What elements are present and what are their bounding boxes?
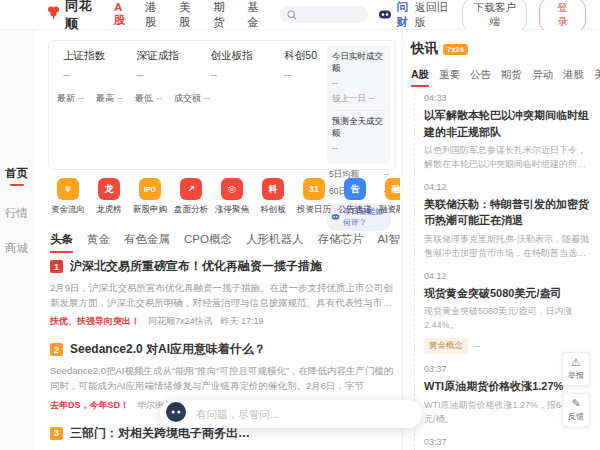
flash-item-5[interactable]: 03:37 爱泼斯坦案影响持续 英王室支持警方调查王弟安德鲁 英国白金汉宫方面当…: [424, 437, 592, 450]
nav-hk-shares[interactable]: 港股: [145, 0, 164, 30]
download-client-button[interactable]: 下载客户端: [462, 0, 527, 33]
tab-cpo[interactable]: CPO概念: [184, 232, 232, 253]
kx-tab-movements[interactable]: 异动: [532, 68, 553, 87]
kx-tab-important[interactable]: 重要: [439, 68, 460, 87]
floating-tools: ⚠ 举报 ✎ 反馈: [562, 352, 590, 427]
flash-time: 04:12: [424, 182, 592, 192]
app-investment-calendar[interactable]: 31 投资日历: [294, 178, 334, 216]
ask-anything-widget[interactable]: [160, 400, 422, 428]
app-announcements[interactable]: 告 公告速递: [335, 178, 375, 216]
index-szse[interactable]: 深证成指 --: [137, 49, 179, 80]
tab-ai-agent[interactable]: AI智能体: [377, 232, 400, 253]
tab-gold[interactable]: 黄金: [87, 232, 110, 253]
flash-body: 现货黄金突破5080美元/盎司，日内涨2.44%。: [424, 305, 592, 333]
turnover-today-label: 今日实时成交额: [332, 51, 386, 75]
flash-item-2[interactable]: 04:12 美联储沃勒：特朗普引发的加密货币热潮可能正在消退 美联储理事克里斯托…: [424, 182, 592, 261]
index-chinext[interactable]: 创业板指 --: [211, 49, 253, 80]
nav-futures[interactable]: 期货: [213, 0, 232, 30]
sidebar-item-home[interactable]: 首页: [0, 166, 33, 186]
index-sse[interactable]: 上证指数 --: [63, 49, 105, 80]
quick-apps-row: ¥ 资金流向 龙 龙虎榜 IPO 新股申购 ↗ 盘面分析 ◎ 涨停聚焦 科 科创…: [48, 178, 400, 216]
news-title[interactable]: 沪深北交易所重磅宣布！优化再融资一揽子措施: [70, 258, 322, 275]
rank-badge: 1: [50, 260, 63, 273]
topbar-right: 返回旧版 下载客户端 登录: [415, 0, 586, 33]
app-star-market[interactable]: 科 科创板: [253, 178, 293, 216]
back-to-old-link[interactable]: 返回旧版: [415, 0, 451, 30]
flash-title[interactable]: 现货黄金突破5080美元/盎司: [424, 285, 592, 302]
news-item-3[interactable]: 3 三部门：对相关跨境电子商务出… 财政部海关总署税务总局公告2026年第…惠政…: [50, 425, 400, 450]
rank-badge: 3: [50, 427, 63, 440]
kx-tab-hk[interactable]: 港股: [563, 68, 584, 87]
app-limit-up-focus[interactable]: ◎ 涨停聚焦: [212, 178, 252, 216]
turnover-summary: 今日实时成交额 -- 较上一日 -- 预测全天成交额 --: [327, 45, 391, 164]
star-market-icon: 科: [262, 178, 284, 200]
ask-question-input[interactable]: [194, 407, 416, 421]
flash-item-1[interactable]: 04:33 以军解散本轮巴以冲突期间临时组建的非正规部队 以色列国防军总参谋长扎…: [424, 93, 592, 172]
turnover-forecast-value: --: [332, 143, 386, 153]
topbar: 同花顺 A股 港股 美股 期货 基金 问财 返回旧版 下载客户端 登录: [0, 0, 600, 30]
app-money-flow[interactable]: ¥ 资金流向: [48, 178, 88, 216]
report-button[interactable]: ⚠ 举报: [562, 352, 590, 386]
left-sidebar: 首页 行情 商城: [0, 30, 34, 450]
stat-turnover: 成交额--: [174, 92, 210, 105]
sidebar-item-mall[interactable]: 商城: [0, 241, 33, 256]
wencai-label: 问财: [396, 0, 414, 30]
nav-funds[interactable]: 基金: [247, 0, 266, 30]
index-summary-card: 上证指数 -- 深证成指 -- 创业板指 -- 科创50 -- 最新--: [48, 40, 396, 170]
news-title[interactable]: Seedance2.0 对AI应用意味着什么？: [70, 341, 266, 358]
app-dragon-tiger-list[interactable]: 龙 龙虎榜: [89, 178, 129, 216]
app-margin-trading[interactable]: 融 融资融券: [376, 178, 400, 216]
news-time: 昨天 17:19: [221, 315, 264, 328]
flash-time: 04:33: [424, 93, 592, 103]
kx-tab-announcements[interactable]: 公告: [470, 68, 491, 87]
sidebar-item-quotes[interactable]: 行情: [0, 206, 33, 221]
turnover-vs-prev: 较上一日 --: [332, 93, 386, 111]
flash-news-header: 快讯 7x24: [411, 40, 592, 58]
nav-a-shares[interactable]: A股: [114, 1, 130, 28]
news-item-1[interactable]: 1 沪深北交易所重磅宣布！优化再融资一揽子措施 2月9日，沪深北交易所宣布优化再…: [50, 258, 400, 328]
market-analysis-icon: ↗: [180, 178, 202, 200]
news-body: Seedance2.0把AI视频生成从“能用”推向“可控且可规模化”，在降低内容…: [50, 364, 400, 393]
kx-tab-a-shares[interactable]: A股: [411, 68, 429, 87]
rank-badge: 2: [50, 343, 63, 356]
wencai-link[interactable]: 问财: [378, 0, 414, 30]
flash-title[interactable]: 美联储沃勒：特朗普引发的加密货币热潮可能正在消退: [424, 196, 592, 229]
tab-humanoid-robot[interactable]: 人形机器人: [246, 232, 304, 253]
news-body: 2月9日，沪深北交易所宣布优化再融资一揽子措施。在进一步支持优质上市公司创新发展…: [50, 281, 400, 310]
flash-time: 03:37: [424, 437, 592, 447]
tab-memory-chip[interactable]: 存储芯片: [317, 232, 363, 253]
flash-title[interactable]: 以军解散本轮巴以冲突期间临时组建的非正规部队: [424, 107, 592, 140]
index-star50[interactable]: 科创50 --: [284, 49, 317, 80]
stat-latest: 最新--: [57, 92, 84, 105]
search-box[interactable]: [280, 6, 368, 23]
stat-high: 最高--: [96, 92, 123, 105]
logo[interactable]: 同花顺: [46, 0, 100, 33]
main-content: 上证指数 -- 深证成指 -- 创业板指 -- 科创50 -- 最新--: [40, 30, 400, 450]
badge-7x24: 7x24: [443, 44, 468, 55]
concept-tag[interactable]: 黄金概念: [424, 338, 468, 354]
wencai-robot-icon: [378, 7, 392, 23]
kx-tab-us[interactable]: 美股: [594, 68, 600, 87]
warning-icon: ⚠: [571, 357, 581, 368]
flash-news-title: 快讯: [411, 40, 438, 58]
app-market-analysis[interactable]: ↗ 盘面分析: [171, 178, 211, 216]
flash-news-tabs: A股 重要 公告 期货 异动 港股 美股: [411, 68, 592, 87]
money-flow-icon: ¥: [57, 178, 79, 200]
news-feed-tabs: 头条 黄金 有色金属 CPO概念 人形机器人 存储芯片 AI智能体 人工智能 商…: [50, 232, 400, 253]
flash-item-3[interactable]: 04:12 现货黄金突破5080美元/盎司 现货黄金突破5080美元/盎司，日内…: [424, 271, 592, 354]
tab-headlines[interactable]: 头条: [50, 232, 73, 253]
ipo-icon: IPO: [139, 178, 161, 200]
login-button[interactable]: 登录: [539, 0, 586, 33]
announcement-icon: 告: [344, 178, 366, 200]
pencil-icon: ✎: [571, 398, 580, 409]
app-root: 同花顺 A股 港股 美股 期货 基金 问财 返回旧版 下载客户端 登录 首页: [0, 0, 600, 450]
flash-body: 美联储理事克里斯托弗·沃勒表示，随着抛售潮冲击加密货币市场，在特朗普当选后推动该…: [424, 233, 592, 261]
tab-nonferrous[interactable]: 有色金属: [124, 232, 170, 253]
nav-us-shares[interactable]: 美股: [179, 0, 198, 30]
kx-tab-futures[interactable]: 期货: [501, 68, 522, 87]
news-meta: 扶优、扶强导向突出！ 同花顺7x24快讯 昨天 17:19: [50, 315, 400, 328]
app-ipo-subscription[interactable]: IPO 新股申购: [130, 178, 170, 216]
dragon-tiger-icon: 龙: [98, 178, 120, 200]
stat-low: 最低--: [135, 92, 162, 105]
feedback-button[interactable]: ✎ 反馈: [562, 393, 590, 427]
